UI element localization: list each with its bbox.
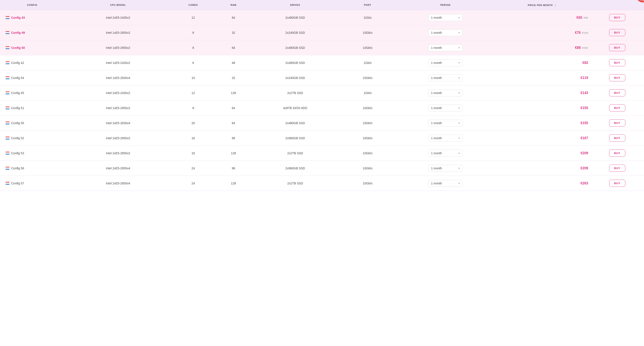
config-name: Config 53	[11, 151, 24, 155]
period-select[interactable]: 1 month▾	[428, 180, 462, 187]
current-price: €82	[582, 61, 588, 65]
config-cell: Config 54	[0, 70, 64, 85]
period-select[interactable]: 1 month▾	[428, 44, 462, 51]
current-price: €119	[580, 76, 588, 80]
ram-value: 128	[215, 85, 252, 101]
sort-descending-icon[interactable]: ↓	[554, 3, 556, 7]
period-select[interactable]: 1 month▾	[428, 165, 462, 172]
netherlands-flag-icon	[6, 152, 10, 155]
current-price: €209	[580, 166, 588, 170]
header-buy: Sale	[590, 0, 644, 10]
chevron-down-icon: ▾	[458, 31, 460, 34]
config-name[interactable]: Config 49	[11, 31, 25, 35]
config-name[interactable]: Config 43	[11, 16, 25, 19]
buy-button[interactable]: BUY	[609, 44, 625, 51]
buy-button[interactable]: BUY	[609, 119, 625, 127]
drives-value: 2x480GB SSD	[252, 55, 338, 70]
header-cpu: CPU MODEL	[64, 0, 172, 10]
netherlands-flag-icon	[6, 61, 10, 64]
period-select[interactable]: 1 month▾	[428, 29, 462, 36]
current-price: €263	[580, 181, 588, 185]
price-cell: €88€154	[494, 40, 590, 55]
buy-cell: BUY	[590, 85, 644, 101]
chevron-down-icon: ▾	[458, 61, 460, 64]
period-value: 1 month	[431, 61, 442, 65]
buy-button[interactable]: BUY	[609, 74, 625, 81]
period-select[interactable]: 1 month▾	[428, 75, 462, 81]
config-name: Config 57	[11, 182, 24, 185]
period-cell: 1 month▾	[397, 70, 494, 85]
drives-value: 2x2TB SSD	[252, 85, 338, 101]
config-cell: Config 51	[0, 101, 64, 116]
header-config: CONFIG	[0, 0, 64, 10]
netherlands-flag-icon	[6, 16, 10, 19]
table-row: Config 53Intel 2xE5-2650v2161282x2TB SSD…	[0, 146, 644, 161]
period-value: 1 month	[431, 106, 442, 110]
table-row: Config 50Intel 1xE5-2650v28642x480GB SSD…	[0, 40, 644, 55]
period-select[interactable]: 1 month▾	[428, 135, 462, 142]
drives-value: 2x240GB SSD	[252, 25, 338, 40]
price-cell: €209	[494, 146, 590, 161]
netherlands-flag-icon	[6, 122, 10, 124]
period-select[interactable]: 1 month▾	[428, 59, 462, 66]
port-value: 1Gb/s	[338, 85, 397, 101]
current-price: €155	[580, 106, 588, 110]
cores-value: 8	[172, 40, 215, 55]
buy-button[interactable]: BUY	[609, 29, 625, 36]
cpu-model: Intel 1xE5-2430v2	[64, 55, 172, 70]
period-select[interactable]: 1 month▾	[428, 14, 462, 21]
header-cores: CORES	[172, 0, 215, 10]
current-price: €76	[575, 31, 581, 35]
buy-button[interactable]: BUY	[609, 59, 625, 66]
ram-value: 64	[215, 10, 252, 25]
buy-cell: BUY	[590, 25, 644, 40]
buy-button[interactable]: BUY	[609, 180, 625, 187]
buy-cell: BUY	[590, 101, 644, 116]
buy-cell: BUY	[590, 40, 644, 55]
period-cell: 1 month▾	[397, 131, 494, 146]
server-config-table: CONFIG CPU MODEL CORES RAM DRIVES PORT	[0, 0, 644, 191]
netherlands-flag-icon	[6, 167, 10, 170]
period-select[interactable]: 1 month▾	[428, 105, 462, 112]
period-value: 1 month	[431, 16, 442, 19]
table-header-row: CONFIG CPU MODEL CORES RAM DRIVES PORT	[0, 0, 644, 10]
buy-button[interactable]: BUY	[609, 89, 625, 96]
ram-value: 64	[215, 101, 252, 116]
price-cell: €82	[494, 55, 590, 70]
buy-button[interactable]: BUY	[609, 165, 625, 172]
config-cell: Config 57	[0, 176, 64, 191]
cores-value: 12	[172, 10, 215, 25]
port-value: 10Gb/s	[338, 146, 397, 161]
buy-cell: BUY	[590, 70, 644, 85]
port-value: 10Gb/s	[338, 25, 397, 40]
header-drives: DRIVES	[252, 0, 338, 10]
buy-button[interactable]: BUY	[609, 150, 625, 157]
buy-button[interactable]: BUY	[609, 135, 625, 142]
cores-value: 10	[172, 70, 215, 85]
period-select[interactable]: 1 month▾	[428, 150, 462, 157]
period-value: 1 month	[431, 31, 442, 35]
netherlands-flag-icon	[6, 182, 10, 185]
buy-button[interactable]: BUY	[609, 104, 625, 112]
config-name[interactable]: Config 50	[11, 46, 25, 50]
current-price: €65	[576, 16, 582, 19]
table-row: Config 54Intel 1xE5-2630v410322x240GB SS…	[0, 70, 644, 85]
chevron-down-icon: ▾	[458, 137, 460, 140]
config-name: Config 52	[11, 136, 24, 140]
period-value: 1 month	[431, 182, 442, 185]
ram-value: 128	[215, 146, 252, 161]
period-value: 1 month	[431, 76, 442, 80]
chevron-down-icon: ▾	[458, 122, 460, 125]
period-select[interactable]: 1 month▾	[428, 90, 462, 96]
price-cell: €263	[494, 176, 590, 191]
cpu-model: Intel 2xE5-2630v4	[64, 116, 172, 131]
config-cell: Config 42	[0, 55, 64, 70]
header-price: PRICE PER MONTH ↓	[494, 0, 590, 10]
table-row: Config 51Intel 1xE5-2650v28644x8TB SATA …	[0, 101, 644, 116]
buy-button[interactable]: BUY	[609, 14, 625, 21]
drives-value: 2x2TB SSD	[252, 146, 338, 161]
chevron-down-icon: ▾	[458, 46, 460, 49]
table-row: Config 55Intel 2xE5-2630v420642x480GB SS…	[0, 116, 644, 131]
period-select[interactable]: 1 month▾	[428, 120, 462, 127]
port-value: 10Gb/s	[338, 40, 397, 55]
